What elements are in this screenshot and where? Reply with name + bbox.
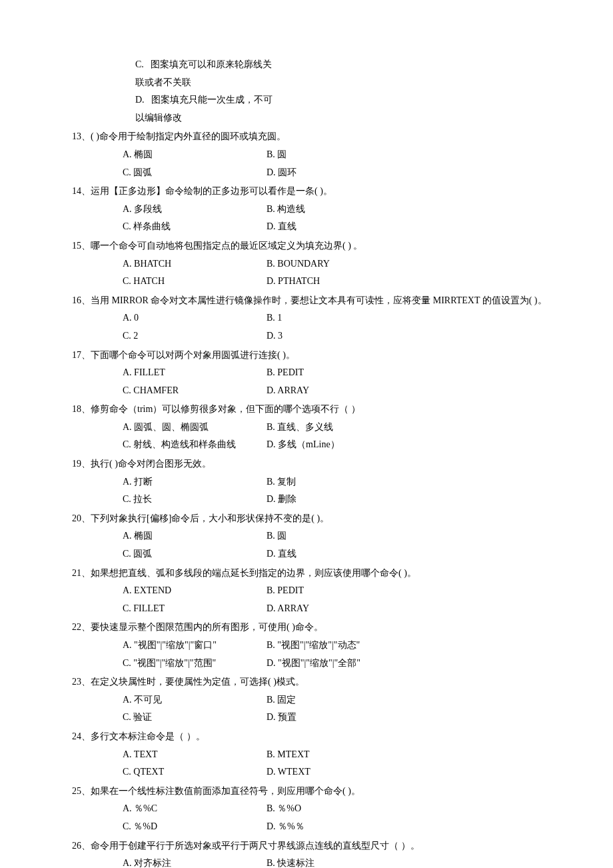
option-right: D. 圆环 (267, 164, 553, 182)
option-left: A. FILLET (123, 364, 267, 382)
option-right: D. ARRAY (267, 600, 553, 618)
options: A. BHATCHB. BOUNDARYC. HATCHD. PTHATCH (123, 255, 553, 291)
option-d: D. 图案填充只能一次生成，不可以编辑修改 (135, 91, 279, 127)
questions-container: 13、( )命令用于绘制指定内外直径的圆环或填充圆。A. 椭圆B. 圆C. 圆弧… (72, 128, 553, 868)
options: A. 对齐标注B. 快速标注C. 连续标注D. 线性标注 (123, 855, 553, 868)
option-row: C. QTEXTD. WTEXT (123, 763, 553, 781)
option-right: D. ％%％ (267, 818, 553, 836)
option-left: A. "视图"|"缩放"|"窗口" (123, 637, 267, 655)
option-right: D. 3 (267, 327, 553, 345)
option-row: D. 图案填充只能一次生成，不可以编辑修改 (135, 91, 553, 127)
question-text: 20、下列对象执行[偏移]命令后，大小和形状保持不变的是( )。 (72, 510, 553, 528)
options: A. 圆弧、圆、椭圆弧B. 直线、多义线C. 射线、构造线和样条曲线D. 多线（… (123, 419, 553, 454)
option-left: C. QTEXT (123, 763, 267, 781)
option-left: C. 圆弧 (123, 545, 267, 563)
option-right: B. PEDIT (267, 582, 553, 600)
option-left: A. 椭圆 (123, 146, 267, 164)
question: 17、下面哪个命令可以对两个对象用圆弧进行连接( )。A. FILLETB. P… (72, 347, 553, 400)
option-right: D. 删除 (267, 491, 553, 509)
option-right: D. 多线（mLine） (267, 436, 553, 454)
option-text: D. (135, 95, 145, 105)
option-row: A. 对齐标注B. 快速标注 (123, 855, 553, 868)
option-row: A. 多段线B. 构造线 (123, 201, 553, 219)
question: 23、在定义块属性时，要使属性为定值，可选择( )模式。A. 不可见B. 固定C… (72, 673, 553, 727)
options: A. 0B. 1C. 2D. 3 (123, 309, 553, 345)
option-right: B. 圆 (267, 146, 553, 164)
option-right: D. ARRAY (267, 382, 553, 400)
option-row: C. 图案填充可以和原来轮廓线关联或者不关联 (135, 56, 553, 91)
option-right: B. 1 (267, 309, 553, 327)
option-row: C. CHAMFERD. ARRAY (123, 382, 553, 400)
option-right: D. "视图"|"缩放"|"全部" (267, 655, 553, 673)
option-row: A. 不可见B. 固定 (123, 691, 553, 709)
question: 13、( )命令用于绘制指定内外直径的圆环或填充圆。A. 椭圆B. 圆C. 圆弧… (72, 128, 553, 181)
option-row: C. HATCHD. PTHATCH (123, 273, 553, 291)
option-text: C. (135, 59, 144, 69)
options: A. TEXTB. MTEXTC. QTEXTD. WTEXT (123, 746, 553, 781)
question-text: 26、命令用于创建平行于所选对象或平行于两尺寸界线源点连线的直线型尺寸（ ）。 (72, 837, 553, 855)
question: 15、哪一个命令可自动地将包围指定点的最近区域定义为填充边界( ) 。A. BH… (72, 237, 553, 291)
option-row: A. FILLETB. PEDIT (123, 364, 553, 382)
option-left: A. BHATCH (123, 255, 267, 273)
document-page: C. 图案填充可以和原来轮廓线关联或者不关联 D. 图案填充只能一次生成，不可以… (0, 0, 613, 868)
option-right: D. WTEXT (267, 763, 553, 781)
option-left: A. 圆弧、圆、椭圆弧 (123, 419, 267, 437)
option-row: C. 验证D. 预置 (123, 709, 553, 727)
option-row: C. 圆弧D. 直线 (123, 545, 553, 563)
option-right: B. PEDIT (267, 364, 553, 382)
option-left: A. 打断 (123, 473, 267, 491)
option-right: D. PTHATCH (267, 273, 553, 291)
option-left: C. 射线、构造线和样条曲线 (123, 436, 267, 454)
option-text: 图案填充只能一次生成，不可以编辑修改 (135, 95, 273, 123)
question: 21、如果想把直线、弧和多线段的端点延长到指定的边界，则应该使用哪个命令( )。… (72, 565, 553, 618)
option-right: D. 直线 (267, 218, 553, 236)
question-text: 14、运用【正多边形】命令绘制的正多边形可以看作是一条( )。 (72, 183, 553, 201)
option-left: C. 圆弧 (123, 164, 267, 182)
option-left: C. ％%D (123, 818, 267, 836)
question: 24、多行文本标注命令是（ ）。A. TEXTB. MTEXTC. QTEXTD… (72, 728, 553, 781)
option-left: C. "视图"|"缩放"|"范围" (123, 655, 267, 673)
option-row: C. 圆弧D. 圆环 (123, 164, 553, 182)
option-right: B. 复制 (267, 473, 553, 491)
question-text: 19、执行( )命令对闭合图形无效。 (72, 455, 553, 473)
option-row: A. 0B. 1 (123, 309, 553, 327)
option-row: C. 2D. 3 (123, 327, 553, 345)
option-right: D. 直线 (267, 545, 553, 563)
question: 22、要快速显示整个图限范围内的所有图形，可使用( )命令。A. "视图"|"缩… (72, 619, 553, 672)
option-left: C. HATCH (123, 273, 267, 291)
options: A. 不可见B. 固定C. 验证D. 预置 (123, 691, 553, 727)
options: A. 打断B. 复制C. 拉长D. 删除 (123, 473, 553, 509)
question-text: 17、下面哪个命令可以对两个对象用圆弧进行连接( )。 (72, 347, 553, 365)
options: A. ％%CB. ％%OC. ％%DD. ％%％ (123, 800, 553, 835)
option-left: C. 验证 (123, 709, 267, 727)
option-right: B. 构造线 (267, 201, 553, 219)
option-row: C. 拉长D. 删除 (123, 491, 553, 509)
option-row: C. 样条曲线D. 直线 (123, 218, 553, 236)
option-left: A. 0 (123, 309, 267, 327)
option-row: A. BHATCHB. BOUNDARY (123, 255, 553, 273)
option-left: A. 不可见 (123, 691, 267, 709)
option-row: C. ％%DD. ％%％ (123, 818, 553, 836)
option-row: A. TEXTB. MTEXT (123, 746, 553, 764)
question-text: 24、多行文本标注命令是（ ）。 (72, 728, 553, 746)
option-left: A. 椭圆 (123, 527, 267, 545)
option-left: C. 样条曲线 (123, 218, 267, 236)
option-right: B. 快速标注 (267, 855, 553, 868)
question-text: 13、( )命令用于绘制指定内外直径的圆环或填充圆。 (72, 128, 553, 146)
option-row: A. 打断B. 复制 (123, 473, 553, 491)
question-text: 25、如果在一个线性标注数值前面添加直径符号，则应用哪个命令( )。 (72, 783, 553, 801)
option-row: A. 圆弧、圆、椭圆弧B. 直线、多义线 (123, 419, 553, 437)
options: A. 多段线B. 构造线C. 样条曲线D. 直线 (123, 201, 553, 236)
question-text: 18、修剪命令（trim）可以修剪很多对象，但下面的哪个选项不行（ ） (72, 401, 553, 419)
option-right: B. 直线、多义线 (267, 419, 553, 437)
option-row: C. 射线、构造线和样条曲线D. 多线（mLine） (123, 436, 553, 454)
question: 19、执行( )命令对闭合图形无效。A. 打断B. 复制C. 拉长D. 删除 (72, 455, 553, 509)
option-left: A. 多段线 (123, 201, 267, 219)
option-row: A. EXTENDB. PEDIT (123, 582, 553, 600)
question-text: 23、在定义块属性时，要使属性为定值，可选择( )模式。 (72, 673, 553, 691)
question: 25、如果在一个线性标注数值前面添加直径符号，则应用哪个命令( )。A. ％%C… (72, 783, 553, 836)
option-c: C. 图案填充可以和原来轮廓线关联或者不关联 (135, 56, 279, 91)
option-text: 图案填充可以和原来轮廓线关联或者不关联 (135, 59, 272, 87)
option-row: A. "视图"|"缩放"|"窗口"B. "视图"|"缩放"|"动态" (123, 637, 553, 655)
question-text: 15、哪一个命令可自动地将包围指定点的最近区域定义为填充边界( ) 。 (72, 237, 553, 255)
